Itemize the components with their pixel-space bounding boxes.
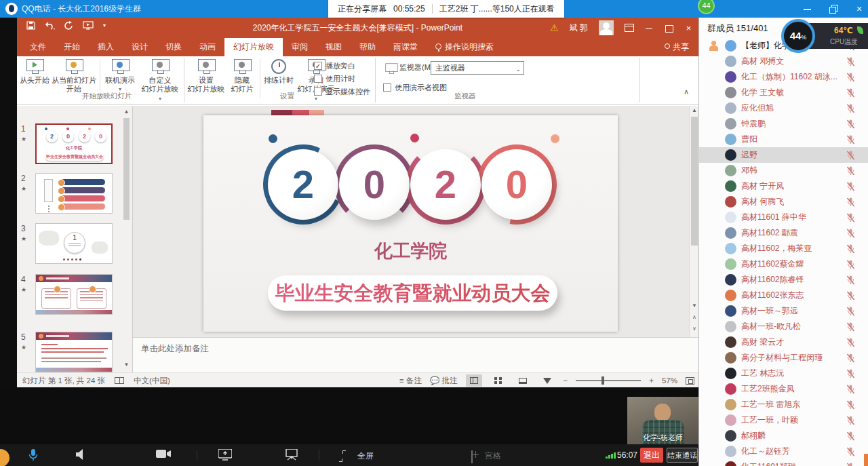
member-row[interactable]: 工艺2班熊金凤	[699, 381, 868, 397]
muted-mic-icon[interactable]	[846, 166, 855, 176]
slide-thumbnail-2[interactable]	[35, 173, 113, 214]
tab-5[interactable]: 动画	[191, 38, 224, 56]
whiteboard-icon[interactable]	[285, 449, 298, 461]
member-row[interactable]: 钟震鹏	[699, 116, 868, 132]
slide-thumbnail-3[interactable]: 1	[35, 223, 113, 264]
checkbox-icon[interactable]	[314, 88, 322, 96]
previous-slide-button[interactable]: ∧	[690, 313, 699, 322]
slide-thumbnail-4[interactable]	[35, 274, 113, 315]
exit-button[interactable]: 退出	[640, 448, 663, 463]
member-row[interactable]: 高材11602蔡金耀	[699, 256, 868, 272]
setup-slideshow-button[interactable]: 设置 幻灯片放映	[186, 57, 226, 100]
tab-3[interactable]: 设计	[123, 38, 157, 56]
zoom-slider[interactable]	[576, 380, 641, 381]
muted-mic-icon[interactable]	[846, 463, 855, 466]
tab-11[interactable]: 操作说明搜索	[427, 38, 502, 56]
tab-2[interactable]: 插入	[89, 38, 123, 56]
ppt-maximize-button[interactable]	[665, 24, 673, 33]
scroll-down-icon[interactable]: ▼	[122, 360, 131, 369]
member-row[interactable]: 曹阳	[699, 132, 868, 147]
share-button[interactable]: 共享	[665, 38, 689, 56]
zoom-in-button[interactable]: +	[649, 376, 654, 385]
member-row[interactable]: 高分子材料与工程闵瑾	[699, 350, 868, 366]
muted-mic-icon[interactable]	[846, 447, 855, 457]
member-row[interactable]: 邓韩	[699, 163, 868, 178]
zoom-slider-thumb[interactable]	[601, 376, 604, 385]
tab-9[interactable]: 帮助	[351, 38, 384, 56]
muted-mic-icon[interactable]	[846, 135, 855, 144]
checkbox-icon[interactable]	[314, 75, 322, 83]
thumbnail-scrollbar[interactable]: ▲ ▼	[122, 107, 131, 370]
muted-mic-icon[interactable]	[846, 400, 855, 410]
muted-mic-icon[interactable]	[846, 385, 855, 394]
scroll-down-icon[interactable]: ▼	[690, 301, 699, 311]
member-row[interactable]: 化工（炼制）11602 胡泳...	[699, 69, 868, 85]
member-row[interactable]: 迟野	[699, 147, 868, 163]
muted-mic-icon[interactable]	[846, 307, 855, 316]
language-indicator[interactable]: 中文(中国)	[134, 376, 170, 386]
member-row[interactable]: 工艺一班，叶颖	[699, 412, 868, 428]
member-row[interactable]: 高材 何腾飞	[699, 194, 868, 210]
member-row[interactable]: 郝栩麟	[699, 428, 868, 444]
hide-slide-button[interactable]: 隐藏 幻灯片	[227, 57, 257, 100]
muted-mic-icon[interactable]	[846, 416, 855, 425]
ribbon-display-options-icon[interactable]	[625, 24, 634, 32]
camera-video-thumbnail[interactable]: 化学-杨老师	[627, 397, 698, 444]
muted-mic-icon[interactable]	[846, 182, 855, 191]
member-row[interactable]: 高材11602，梅莱亚	[699, 241, 868, 256]
member-row[interactable]: 高材11601 薛中华	[699, 210, 868, 225]
muted-mic-icon[interactable]	[846, 197, 855, 207]
camera-icon[interactable]	[156, 449, 171, 459]
use-presenter-view-checkbox[interactable]: 使用演示者视图	[383, 82, 447, 93]
member-row[interactable]: 化工11601郑瑞...	[699, 459, 868, 466]
current-slide-canvas[interactable]: 2 0 2 0 化工学院 毕业生安全教育暨就业动员大会	[203, 115, 618, 332]
use-timings-checkbox[interactable]: 使用计时	[314, 73, 355, 84]
slideshow-view-button[interactable]	[539, 374, 555, 387]
tab-10[interactable]: 雨课堂	[384, 38, 427, 56]
grid-view-label[interactable]: 宫格	[485, 450, 501, 462]
member-row[interactable]: 高财 梁云才	[699, 334, 868, 350]
member-row[interactable]: 化工～赵钰芳	[699, 444, 868, 459]
tab-4[interactable]: 切换	[157, 38, 191, 56]
checkbox-icon[interactable]	[314, 62, 322, 70]
muted-mic-icon[interactable]	[846, 322, 855, 332]
member-row[interactable]: 高材 宁开凤	[699, 178, 868, 194]
member-row[interactable]: 高材一班～郭远	[699, 303, 868, 319]
muted-mic-icon[interactable]	[846, 291, 855, 300]
slide-thumbnail-1[interactable]: 2 0 2 0 化工学院 毕业生安全教育暨就业动员大会	[35, 123, 113, 164]
tab-8[interactable]: 视图	[317, 38, 351, 56]
next-slide-button[interactable]: ∨	[690, 324, 699, 334]
tab-1[interactable]: 开始	[55, 38, 89, 56]
grid-view-icon[interactable]	[471, 450, 473, 463]
slide-thumbnail-5[interactable]	[35, 332, 113, 372]
notes-placeholder[interactable]: 单击此处添加备注	[141, 343, 209, 355]
muted-mic-icon[interactable]	[846, 275, 855, 285]
spellcheck-icon[interactable]	[115, 377, 124, 384]
end-call-button[interactable]: 结束通话	[667, 448, 698, 463]
ppt-user-avatar[interactable]	[599, 20, 614, 35]
member-row[interactable]: 应化但旭	[699, 100, 868, 116]
notification-badge[interactable]: 44	[698, 0, 715, 14]
muted-mic-icon[interactable]	[846, 260, 855, 269]
notes-toggle[interactable]: ≡ 备注	[399, 376, 422, 386]
scroll-up-icon[interactable]: ▲	[690, 106, 699, 115]
comments-toggle[interactable]: 💬 批注	[430, 376, 458, 386]
muted-mic-icon[interactable]	[846, 338, 855, 347]
member-row[interactable]: 高材11602 鄢震	[699, 225, 868, 241]
notes-pane[interactable]: 单击此处添加备注	[133, 337, 698, 372]
muted-mic-icon[interactable]	[846, 104, 855, 113]
member-row[interactable]: 高材11602张东志	[699, 288, 868, 303]
editor-scrollbar[interactable]: ▲ ▼ ∧ ∨	[689, 106, 698, 337]
muted-mic-icon[interactable]	[846, 213, 855, 222]
muted-mic-icon[interactable]	[846, 353, 855, 363]
close-icon[interactable]: ×	[854, 4, 864, 14]
muted-mic-icon[interactable]	[846, 369, 855, 378]
microphone-icon[interactable]	[28, 449, 38, 461]
speaker-icon[interactable]	[76, 449, 85, 460]
collapse-ribbon-chevron[interactable]: ∧	[684, 88, 689, 96]
monitor-dropdown[interactable]: 主监视器 ⌄	[431, 61, 524, 75]
cpu-usage-gauge[interactable]: 44%	[781, 19, 815, 53]
play-narrations-checkbox[interactable]: 播放旁白	[314, 60, 355, 71]
zoom-percentage[interactable]: 57%	[662, 376, 677, 385]
tab-0[interactable]: 文件	[21, 38, 55, 56]
